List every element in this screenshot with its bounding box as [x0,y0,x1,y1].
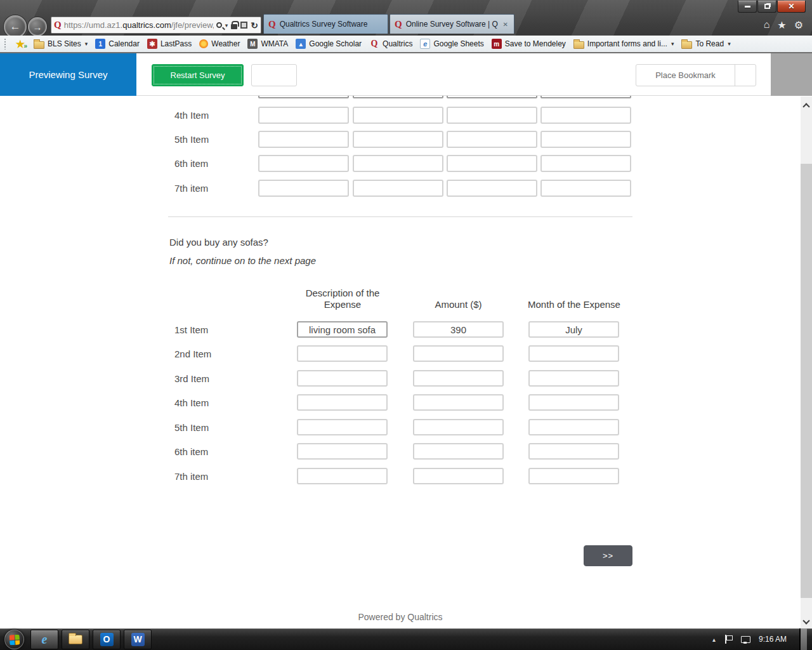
compatibility-view-icon[interactable] [240,22,247,29]
description-input[interactable] [297,345,388,362]
amount-input[interactable] [413,419,504,435]
month-input[interactable] [528,443,619,460]
table1-input[interactable] [540,155,631,172]
refresh-icon[interactable]: ↻ [251,20,258,30]
description-input[interactable] [297,321,388,338]
amount-input[interactable] [413,345,504,362]
favorite-qualtrics[interactable]: QQualtrics [365,37,416,51]
url-text[interactable]: https://umd.az1.qualtrics.com/jfe/previe… [64,20,214,30]
table1-input[interactable] [447,107,537,124]
back-icon: ← [10,20,21,33]
place-bookmark-split[interactable] [735,65,756,86]
month-input[interactable] [528,345,619,362]
next-page-button[interactable]: >> [584,545,632,566]
forward-button[interactable]: → [28,17,47,36]
table1-input[interactable] [258,155,349,172]
month-input[interactable] [528,419,619,435]
favorites-star-icon[interactable]: ★ [777,19,786,31]
powered-by-qualtrics: Powered by Qualtrics [168,612,632,622]
start-button[interactable] [4,630,24,649]
chevron-down-icon[interactable]: ▾ [225,22,228,29]
minimize-button[interactable] [738,1,757,13]
favorite-google-sheets[interactable]: eGoogle Sheets [416,37,487,51]
preview-banner: Previewing Survey Restart Survey Place B… [0,53,812,96]
amount-input[interactable] [413,394,504,411]
taskbar-outlook[interactable]: O [93,630,121,649]
table1-input[interactable] [353,131,443,148]
restore-button[interactable] [757,1,776,13]
scrollbar-thumb[interactable] [801,164,812,598]
tab-close-icon[interactable]: ✕ [502,21,509,28]
windows-logo-icon [10,634,20,645]
scroll-down-icon[interactable] [802,617,809,624]
table1-input[interactable] [540,131,631,148]
table1-input[interactable] [258,107,349,124]
question-instruction: If not, continue on to the next page [169,255,316,266]
amount-input[interactable] [413,468,504,484]
table1-input[interactable] [447,155,537,172]
table1-input[interactable] [258,180,349,197]
favorite-bls-sites[interactable]: BLS Sites▾ [30,37,91,51]
description-input[interactable] [297,419,388,435]
favorite-wmata[interactable]: MWMATA [244,37,292,51]
table1-input[interactable] [353,180,443,197]
navigation-bar: ← → Q https://umd.az1.qualtrics.com/jfe/… [0,14,812,36]
favorite-label: LastPass [160,39,192,48]
amount-input[interactable] [413,370,504,387]
month-input[interactable] [528,370,619,387]
show-hidden-icons[interactable]: ▴ [712,636,716,643]
table1-input[interactable] [258,131,349,148]
amount-input[interactable] [413,443,504,460]
taskbar-word[interactable]: W [124,630,152,649]
restart-survey-button[interactable]: Restart Survey [152,64,244,86]
drag-handle[interactable] [4,38,7,50]
taskbar-file-explorer[interactable] [62,630,89,649]
address-bar[interactable]: Q https://umd.az1.qualtrics.com/jfe/prev… [51,17,261,34]
amount-input[interactable] [413,321,504,338]
month-input[interactable] [528,321,619,338]
column-header-description: Description of the Expense [292,288,393,310]
favorite-save-to-mendeley[interactable]: mSave to Mendeley [488,37,570,51]
home-icon[interactable]: ⌂ [764,19,770,31]
mendeley-icon: m [492,39,502,49]
gear-icon[interactable]: ⚙ [794,19,803,31]
clock[interactable]: 9:16 AM [759,635,787,644]
description-input[interactable] [297,443,388,460]
table1-input[interactable] [353,155,443,172]
action-center-flag-icon[interactable] [724,635,732,644]
network-icon[interactable] [741,636,750,644]
taskbar-internet-explorer[interactable]: e [30,630,58,649]
scroll-up-icon[interactable] [802,103,809,110]
column-header-amount: Amount ($) [413,288,504,310]
table1-input[interactable] [447,131,537,148]
blank-button[interactable] [251,64,297,86]
place-bookmark-button[interactable]: Place Bookmark [636,64,756,86]
tab-qualtrics-survey-software[interactable]: Q Qualtrics Survey Software [263,14,388,34]
tab-title: Online Survey Software | Qu... [406,20,498,29]
description-input[interactable] [297,370,388,387]
row-label: 1st Item [174,321,208,338]
favorite-lastpass[interactable]: ✱LastPass [143,37,195,51]
month-input[interactable] [528,468,619,484]
vertical-scrollbar[interactable] [801,96,812,628]
back-button[interactable]: ← [4,15,27,38]
table1-input[interactable] [353,107,443,124]
description-input[interactable] [297,394,388,411]
favorite-google-scholar[interactable]: ▴Google Scholar [292,37,365,51]
tab-online-survey-software[interactable]: Q Online Survey Software | Qu... ✕ [390,14,514,34]
show-desktop-button[interactable] [799,628,807,650]
row-label: 4th Item [174,394,209,411]
search-icon[interactable] [216,22,222,28]
description-input[interactable] [297,468,388,484]
favorite-important-forms[interactable]: Important forms and li...▾ [570,37,678,51]
table1-input[interactable] [540,107,631,124]
add-favorite-button[interactable]: ★ [11,37,30,51]
close-button[interactable]: ✕ [777,1,806,13]
table1-input[interactable] [447,180,537,197]
month-input[interactable] [528,394,619,411]
favorite-weather[interactable]: Weather [195,37,244,50]
favorite-calendar[interactable]: 1Calendar [91,37,143,51]
favorite-to-read[interactable]: To Read▾ [678,37,734,51]
table1-input[interactable] [540,180,631,197]
ie-page-icon: e [420,39,430,49]
